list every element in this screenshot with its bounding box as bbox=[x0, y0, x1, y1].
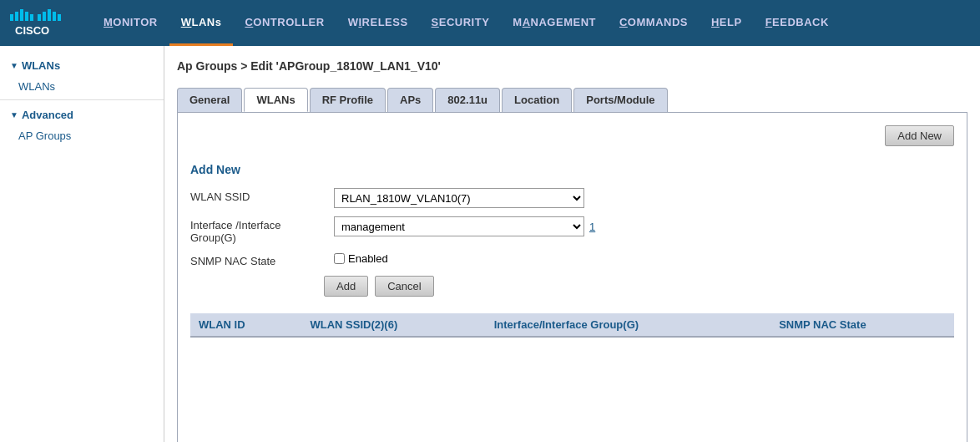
add-new-top-area: Add New bbox=[190, 125, 954, 146]
svg-rect-6 bbox=[43, 12, 46, 21]
tab-ports-module[interactable]: Ports/Module bbox=[573, 88, 667, 112]
svg-rect-3 bbox=[25, 12, 28, 21]
cancel-button[interactable]: Cancel bbox=[375, 276, 433, 297]
tab-rf-profile[interactable]: RF Profile bbox=[310, 88, 386, 112]
nav-security[interactable]: SECURITY bbox=[420, 0, 502, 46]
sidebar-section-advanced[interactable]: ▼ Advanced bbox=[0, 104, 164, 126]
action-buttons: Add Cancel bbox=[324, 276, 591, 297]
nav-help[interactable]: HELP bbox=[700, 0, 754, 46]
cisco-logo: CISCO bbox=[8, 8, 75, 39]
nav-wireless[interactable]: WIRELESS bbox=[336, 0, 420, 46]
svg-rect-5 bbox=[38, 14, 41, 21]
breadcrumb: Ap Groups > Edit 'APGroup_1810W_LAN1_V10… bbox=[177, 54, 967, 78]
sidebar-wlans-title: WLANs bbox=[22, 59, 60, 72]
add-new-button[interactable]: Add New bbox=[885, 125, 954, 146]
nav-links: MONITOR WLANs CONTROLLER WIRELESS SECURI… bbox=[92, 0, 841, 46]
tab-location[interactable]: Location bbox=[502, 88, 572, 112]
tabs: General WLANs RF Profile APs 802.11u Loc… bbox=[177, 88, 967, 112]
svg-text:CISCO: CISCO bbox=[15, 24, 49, 37]
snmp-label: SNMP NAC State bbox=[190, 252, 324, 267]
sidebar-item-wlans[interactable]: WLANs bbox=[0, 77, 164, 96]
main-content: Ap Groups > Edit 'APGroup_1810W_LAN1_V10… bbox=[164, 46, 980, 442]
nav-commands[interactable]: COMMANDS bbox=[608, 0, 700, 46]
sidebar-advanced-title: Advanced bbox=[22, 109, 73, 121]
wlan-ssid-label: WLAN SSID bbox=[190, 188, 324, 203]
nav-feedback[interactable]: FEEDBACK bbox=[754, 0, 841, 46]
sidebar-divider bbox=[0, 99, 164, 100]
interface-link[interactable]: 1 bbox=[589, 221, 595, 233]
tab-80211u[interactable]: 802.11u bbox=[435, 88, 500, 112]
tab-wlans[interactable]: WLANs bbox=[244, 88, 307, 112]
wlan-table: WLAN ID WLAN SSID(2)(6) Interface/Interf… bbox=[190, 313, 954, 338]
nav-management[interactable]: MANAGEMENT bbox=[501, 0, 608, 46]
svg-rect-0 bbox=[10, 14, 13, 21]
svg-rect-9 bbox=[58, 14, 61, 21]
wlan-ssid-row: WLAN SSID RLAN_1810W_VLAN10(7) SSID_Opti… bbox=[190, 188, 591, 208]
snmp-enabled-label: Enabled bbox=[348, 252, 388, 265]
interface-label: Interface /Interface Group(G) bbox=[190, 216, 324, 244]
wlans-arrow-icon: ▼ bbox=[10, 61, 18, 70]
main-layout: ▼ WLANs WLANs ▼ Advanced AP Groups Ap Gr… bbox=[0, 46, 980, 442]
svg-rect-1 bbox=[15, 12, 18, 21]
snmp-checkbox[interactable] bbox=[334, 253, 345, 264]
col-wlan-id: WLAN ID bbox=[190, 313, 302, 337]
snmp-row: SNMP NAC State Enabled bbox=[190, 252, 591, 267]
nav-monitor[interactable]: MONITOR bbox=[92, 0, 169, 46]
advanced-arrow-icon: ▼ bbox=[10, 110, 18, 119]
top-navigation: CISCO MONITOR WLANs CONTROLLER WIRELESS … bbox=[0, 0, 980, 46]
snmp-control: Enabled bbox=[334, 252, 388, 265]
form-section-title: Add New bbox=[190, 163, 954, 176]
wlan-ssid-select[interactable]: RLAN_1810W_VLAN10(7) SSID_Option2 SSID_O… bbox=[334, 188, 584, 208]
interface-row: Interface /Interface Group(G) management… bbox=[190, 216, 591, 244]
tab-aps[interactable]: APs bbox=[387, 88, 433, 112]
nav-controller[interactable]: CONTROLLER bbox=[233, 0, 336, 46]
sidebar: ▼ WLANs WLANs ▼ Advanced AP Groups bbox=[0, 46, 164, 442]
tab-content: Add New Add New WLAN SSID RLAN_1810W_VLA… bbox=[177, 112, 967, 442]
svg-rect-4 bbox=[30, 14, 33, 21]
col-interface: Interface/Interface Group(G) bbox=[486, 313, 770, 337]
svg-rect-8 bbox=[53, 12, 56, 21]
sidebar-item-ap-groups[interactable]: AP Groups bbox=[0, 126, 164, 145]
table-header-row: WLAN ID WLAN SSID(2)(6) Interface/Interf… bbox=[190, 313, 954, 337]
tab-general[interactable]: General bbox=[177, 88, 242, 112]
add-new-form: WLAN SSID RLAN_1810W_VLAN10(7) SSID_Opti… bbox=[190, 188, 591, 297]
svg-rect-2 bbox=[20, 9, 23, 21]
interface-select[interactable]: management virtual service-port bbox=[334, 216, 584, 236]
interface-control: management virtual service-port 1 bbox=[334, 216, 595, 236]
add-button[interactable]: Add bbox=[324, 276, 368, 297]
wlan-ssid-control: RLAN_1810W_VLAN10(7) SSID_Option2 SSID_O… bbox=[334, 188, 584, 208]
col-wlan-ssid: WLAN SSID(2)(6) bbox=[302, 313, 486, 337]
nav-wlans[interactable]: WLANs bbox=[169, 0, 234, 46]
col-snmp: SNMP NAC State bbox=[770, 313, 954, 337]
sidebar-section-wlans[interactable]: ▼ WLANs bbox=[0, 54, 164, 77]
svg-rect-7 bbox=[48, 9, 51, 21]
